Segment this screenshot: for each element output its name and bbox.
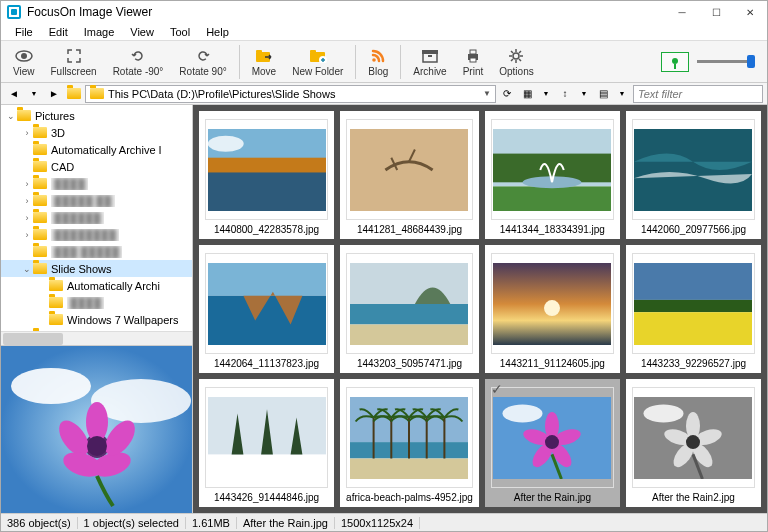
color-mode-button[interactable] <box>661 52 689 72</box>
thumbnail-item[interactable]: After the Rain2.jpg <box>626 379 761 507</box>
tree-row[interactable]: ⌄Slide Shows <box>1 260 192 277</box>
filter-dropdown-button[interactable]: ▼ <box>613 85 631 103</box>
tree-expander[interactable]: ⌄ <box>21 264 33 274</box>
thumbnail-item[interactable]: 1442060_20977566.jpg <box>626 111 761 239</box>
archive-button[interactable]: Archive <box>405 43 454 81</box>
folder-tree[interactable]: ⌄Pictures›3DAutomatically Archive ICAD›█… <box>1 105 192 331</box>
print-label: Print <box>463 66 484 77</box>
menu-help[interactable]: Help <box>198 24 237 40</box>
zoom-thumb[interactable] <box>747 55 755 68</box>
view-dropdown-button[interactable]: ▼ <box>537 85 555 103</box>
tree-row[interactable]: ›████████ <box>1 226 192 243</box>
tree-hscroll-thumb[interactable] <box>3 333 63 345</box>
flower-icon <box>666 55 684 69</box>
tree-label: Windows 7 Wallpapers <box>67 314 178 326</box>
zoom-slider[interactable] <box>697 60 755 63</box>
tree-row[interactable]: ›█████ ██ <box>1 192 192 209</box>
print-button[interactable]: Print <box>455 43 492 81</box>
filter-button[interactable]: ▤ <box>594 85 612 103</box>
path-input[interactable]: This PC\Data (D:)\Profile\Pictures\Slide… <box>85 85 496 103</box>
tree-row[interactable]: ›██████ <box>1 209 192 226</box>
tree-expander[interactable]: ⌄ <box>5 111 17 121</box>
thumbnail-item[interactable]: 1443233_92296527.jpg <box>626 245 761 373</box>
tree-row[interactable]: ›████ <box>1 175 192 192</box>
up-button[interactable] <box>65 85 83 103</box>
new-folder-button[interactable]: New Folder <box>284 43 351 81</box>
sort-dropdown-button[interactable]: ▼ <box>575 85 593 103</box>
thumbnail-item[interactable]: 1443203_50957471.jpg <box>340 245 479 373</box>
title-bar: FocusOn Image Viewer ─ ☐ ✕ <box>1 1 767 23</box>
svg-rect-28 <box>208 157 326 172</box>
close-button[interactable]: ✕ <box>733 1 767 23</box>
folder-icon <box>33 212 47 223</box>
archive-label: Archive <box>413 66 446 77</box>
fullscreen-label: Fullscreen <box>51 66 97 77</box>
rotate-right-label: Rotate 90° <box>179 66 226 77</box>
tree-expander[interactable]: › <box>21 128 33 138</box>
blog-button[interactable]: Blog <box>360 43 396 81</box>
maximize-button[interactable]: ☐ <box>699 1 733 23</box>
folder-icon <box>33 178 47 189</box>
menu-tool[interactable]: Tool <box>162 24 198 40</box>
text-filter-input[interactable] <box>633 85 763 103</box>
thumbnail-item[interactable]: ✓After the Rain.jpg <box>485 379 620 507</box>
tree-row[interactable]: ███ █████ <box>1 243 192 260</box>
svg-rect-40 <box>350 324 468 345</box>
tree-row[interactable]: CAD <box>1 158 192 175</box>
folder-icon <box>49 297 63 308</box>
tree-row[interactable]: ⌄Pictures <box>1 107 192 124</box>
menu-view[interactable]: View <box>122 24 162 40</box>
thumbnail-image <box>491 119 614 220</box>
view-button[interactable]: View <box>5 43 43 81</box>
path-dropdown-icon[interactable]: ▼ <box>483 89 491 98</box>
thumbnail-item[interactable]: 1443211_91124605.jpg <box>485 245 620 373</box>
folder-arrow-icon <box>255 47 273 65</box>
tree-row[interactable]: Automatically Archive I <box>1 141 192 158</box>
rotate-left-button[interactable]: Rotate -90° <box>105 43 172 81</box>
thumbnail-item[interactable]: africa-beach-palms-4952.jpg <box>340 379 479 507</box>
tree-row[interactable]: Automatically Archi <box>1 277 192 294</box>
thumbnail-item[interactable]: 1440800_42283578.jpg <box>199 111 334 239</box>
forward-button[interactable]: ► <box>45 85 63 103</box>
tree-expander[interactable]: › <box>21 196 33 206</box>
folder-icon <box>49 314 63 325</box>
sort-button[interactable]: ↕ <box>556 85 574 103</box>
svg-point-29 <box>208 135 244 151</box>
tree-expander[interactable]: › <box>21 213 33 223</box>
svg-rect-36 <box>208 263 326 296</box>
cw-icon <box>194 47 212 65</box>
thumbnail-item[interactable]: 1442064_11137823.jpg <box>199 245 334 373</box>
toolbar-separator <box>400 45 401 79</box>
folder-icon <box>33 161 47 172</box>
menu-edit[interactable]: Edit <box>41 24 76 40</box>
eye-icon <box>15 47 33 65</box>
thumbnail-item[interactable]: 1441344_18334391.jpg <box>485 111 620 239</box>
tree-hscrollbar[interactable] <box>1 331 192 345</box>
rotate-right-button[interactable]: Rotate 90° <box>171 43 234 81</box>
view-thumbnails-button[interactable]: ▦ <box>518 85 536 103</box>
menu-image[interactable]: Image <box>76 24 123 40</box>
fullscreen-button[interactable]: Fullscreen <box>43 43 105 81</box>
back-history-button[interactable]: ▼ <box>25 85 43 103</box>
refresh-button[interactable]: ⟳ <box>498 85 516 103</box>
svg-point-1 <box>21 53 27 59</box>
minimize-button[interactable]: ─ <box>665 1 699 23</box>
tree-expander[interactable]: › <box>21 230 33 240</box>
svg-rect-35 <box>634 129 752 211</box>
status-selection-count: 1 object(s) selected <box>78 517 186 529</box>
tree-row[interactable]: ████ <box>1 294 192 311</box>
thumbnail-item[interactable]: 1443426_91444846.jpg <box>199 379 334 507</box>
tree-row[interactable]: Windows 7 Wallpapers <box>1 311 192 328</box>
menu-file[interactable]: File <box>7 24 41 40</box>
tree-row[interactable]: ›3D <box>1 124 192 141</box>
thumbnail-label: 1443426_91444846.jpg <box>205 492 328 503</box>
tree-expander[interactable]: › <box>21 179 33 189</box>
svg-point-65 <box>644 404 684 422</box>
back-button[interactable]: ◄ <box>5 85 23 103</box>
folder-icon <box>33 127 47 138</box>
folder-plus-icon <box>309 47 327 65</box>
move-button[interactable]: Move <box>244 43 284 81</box>
thumbnail-item[interactable]: 1441281_48684439.jpg <box>340 111 479 239</box>
options-button[interactable]: Options <box>491 43 541 81</box>
tree-label: ███ █████ <box>51 246 122 258</box>
